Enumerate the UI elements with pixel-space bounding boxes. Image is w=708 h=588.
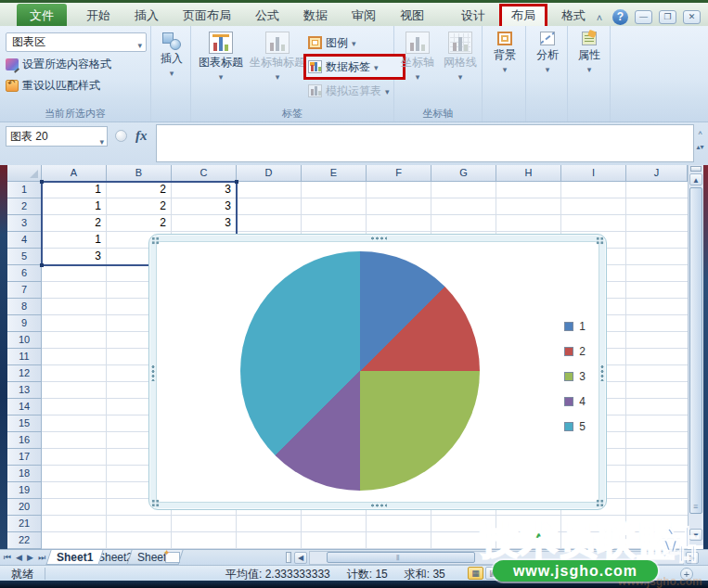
row-header-2[interactable]: 2 [7,198,42,215]
row-header-12[interactable]: 12 [7,365,42,382]
row-header-11[interactable]: 11 [7,349,42,365]
tab-chart-layout[interactable]: 布局 [499,4,547,29]
data-table-button[interactable]: 模拟运算表 ▾ [306,81,403,101]
chart-handle-right[interactable] [600,364,604,381]
tab-chart-format[interactable]: 格式 [549,4,598,29]
row-header-19[interactable]: 19 [7,482,42,499]
tab-view[interactable]: 视图 [388,4,436,29]
row-header-17[interactable]: 17 [7,449,42,466]
chart-handle-bottom[interactable] [370,504,387,507]
select-all-corner[interactable] [7,165,42,182]
column-header-F[interactable]: F [367,165,431,182]
row-header-15[interactable]: 15 [7,415,42,432]
name-box-resize-grip[interactable] [115,130,127,142]
background-button[interactable]: 背景 ▾ [489,32,521,76]
sheet-tab-sheet1[interactable]: Sheet1 [45,550,104,565]
legend-item-2[interactable]: 2 [564,345,586,358]
legend-item-5[interactable]: 5 [564,420,586,433]
row-header-10[interactable]: 10 [7,332,42,349]
formula-bar-expand[interactable]: ˄ ▴▾ [694,125,706,162]
scroll-down-icon[interactable]: ▼ [689,529,702,541]
column-header-J[interactable]: J [626,165,688,182]
scroll-up-icon[interactable]: ▲ [689,173,702,185]
scroll-left-icon[interactable]: ◀ [294,552,307,564]
format-selection-button[interactable]: 设置所选内容格式 [6,57,111,72]
row-header-6[interactable]: 6 [7,265,42,282]
insert-sheet-icon[interactable] [165,552,180,563]
tab-chart-design[interactable]: 设计 [449,4,497,29]
data-labels-button[interactable]: 数据标签 ▾ [306,57,403,77]
row-header-3[interactable]: 3 [7,215,42,232]
row-header-9[interactable]: 9 [7,315,42,332]
row-header-18[interactable]: 18 [7,466,42,482]
gridlines-button[interactable]: 网格线 ▾ [439,32,482,83]
legend-item-4[interactable]: 4 [564,395,586,408]
legend-item-3[interactable]: 3 [564,370,586,383]
tab-formulas[interactable]: 公式 [243,4,291,29]
last-sheet-icon[interactable]: ⏭ [38,551,45,565]
tab-file[interactable]: 文件 [17,4,67,29]
column-header-A[interactable]: A [42,165,107,182]
row-header-5[interactable]: 5 [7,249,42,265]
tab-data[interactable]: 数据 [291,4,340,29]
row-header-7[interactable]: 7 [7,282,42,299]
column-header-H[interactable]: H [496,165,561,182]
row-header-22[interactable]: 22 [7,532,42,549]
chart-handle-bottom-left[interactable] [151,499,160,507]
close-button[interactable]: ✕ [683,10,701,24]
axis-titles-button[interactable]: 坐标轴标题 ▾ [249,32,306,83]
horizontal-scrollbar[interactable] [309,551,684,565]
scroll-right-icon[interactable]: ▶ [686,552,699,564]
horizontal-scrollbar-thumb[interactable] [327,552,475,563]
row-header-8[interactable]: 8 [7,299,42,315]
tab-review[interactable]: 审阅 [340,4,388,29]
tab-page-layout[interactable]: 页面布局 [171,4,243,29]
chart-legend[interactable]: 12345 [564,320,586,433]
chart-handle-top-left[interactable] [151,236,160,245]
chart-title-button[interactable]: 图表标题 ▾ [195,32,247,83]
row-header-21[interactable]: 21 [7,516,42,532]
tab-insert[interactable]: 插入 [122,4,171,29]
split-handle[interactable] [690,166,702,172]
chart-handle-top[interactable] [370,236,387,240]
tab-home[interactable]: 开始 [74,4,122,29]
next-sheet-icon[interactable]: ▶ [27,551,33,565]
formula-input[interactable] [156,124,694,162]
name-box[interactable]: 图表 20 ▾ [6,126,108,147]
pie-chart[interactable] [240,251,480,491]
page-layout-view-icon[interactable]: ▣ [485,567,501,580]
legend-item-1[interactable]: 1 [564,320,586,333]
column-header-B[interactable]: B [107,165,172,182]
collapse-ribbon-icon[interactable]: ˄ [593,12,606,23]
column-header-G[interactable]: G [431,165,496,182]
horizontal-split-handle[interactable] [286,552,291,563]
prev-sheet-icon[interactable]: ◀ [16,551,22,565]
insert-function-icon[interactable]: fx [135,128,148,144]
row-header-14[interactable]: 14 [7,399,42,415]
column-header-E[interactable]: E [302,165,367,182]
row-header-4[interactable]: 4 [7,232,42,249]
chart-handle-top-right[interactable] [596,236,604,245]
row-header-16[interactable]: 16 [7,432,42,449]
first-sheet-icon[interactable]: ⏮ [4,551,11,565]
row-header-13[interactable]: 13 [7,382,42,399]
normal-view-icon[interactable]: ▦ [468,567,483,580]
properties-button[interactable]: 属性 ▾ [573,32,605,76]
axes-button[interactable]: 坐标轴 ▾ [396,32,439,83]
legend-button[interactable]: 图例 ▾ [306,32,403,53]
formula-collapse-icon[interactable]: ˄ [698,129,702,137]
pie-chart-object[interactable]: 12345 [148,234,607,510]
insert-button[interactable]: 插入 ▾ [156,32,187,80]
help-icon[interactable]: ? [612,9,628,25]
vertical-scrollbar[interactable]: ▲ ▼ [688,165,703,545]
reset-to-match-style-button[interactable]: 重设以匹配样式 [6,78,100,94]
vertical-scrollbar-thumb[interactable] [689,187,702,514]
column-header-C[interactable]: C [172,165,237,182]
formula-expand-icon[interactable]: ▴▾ [696,143,703,151]
row-header-20[interactable]: 20 [7,499,42,516]
row-header-1[interactable]: 1 [7,182,42,198]
column-header-D[interactable]: D [237,165,302,182]
analysis-button[interactable]: 分析 ▾ [532,32,563,76]
chart-element-combobox[interactable]: 图表区 ▾ [6,32,147,52]
chart-handle-left[interactable] [151,364,155,381]
